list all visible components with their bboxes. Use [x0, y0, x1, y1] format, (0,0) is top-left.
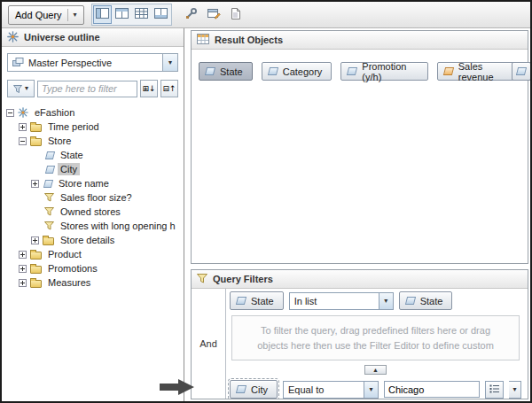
tree-item-sales-floor-size[interactable]: Sales floor size? [2, 190, 184, 205]
tree-item-label-selected: City [58, 163, 80, 175]
tree-item-promotions[interactable]: Promotions [2, 261, 184, 275]
document-icon [231, 8, 241, 22]
tree-filter-row: ▾ ⊞↓ ⊟↑ [7, 80, 178, 97]
tree-item-city[interactable]: City [2, 162, 184, 176]
panel-title: Result Objects [215, 35, 283, 45]
value-list-dropdown[interactable]: ▾ [509, 381, 521, 399]
window-pencil-icon [207, 8, 221, 22]
folder-icon [30, 124, 42, 132]
filter-funnel-icon [13, 82, 22, 96]
dimension-icon [405, 297, 416, 305]
tree-item-label: Promotions [45, 262, 100, 275]
tree-item-product[interactable]: Product [2, 247, 184, 261]
pill-label: Promotion (y/h) [362, 61, 418, 82]
filter-type-button[interactable]: ▾ [7, 80, 35, 97]
filter-pill-city[interactable]: City [230, 380, 278, 399]
filter-funnel-icon [44, 193, 54, 202]
tree-item-state[interactable]: State [2, 148, 184, 162]
perspective-dropdown[interactable]: Master Perspective ▾ [7, 53, 178, 72]
window-edit-button[interactable] [205, 5, 223, 24]
tree-item-time-period[interactable]: Time period [2, 120, 184, 134]
wrench-button[interactable] [183, 5, 201, 24]
chevron-down-icon[interactable]: ▾ [364, 382, 378, 398]
chevron-down-icon: ▾ [25, 85, 28, 92]
pill-label: State [220, 66, 243, 77]
value-list-button[interactable] [485, 381, 504, 399]
collapse-up-button[interactable]: ▲ [364, 365, 387, 375]
and-operator-label[interactable]: And [200, 338, 217, 349]
operator-value: Equal to [284, 384, 364, 395]
result-pill-category[interactable]: Category [262, 62, 332, 81]
expand-toggle[interactable] [31, 236, 39, 244]
result-objects-panel: Result Objects State Category Promotion … [191, 30, 528, 264]
collapse-toggle[interactable] [6, 109, 14, 117]
dimension-icon [44, 166, 54, 174]
query-filters-body[interactable]: And State In list ▾ [192, 289, 528, 399]
panel-title: Universe outline [24, 32, 100, 43]
collapse-all-button[interactable]: ⊟↑ [160, 80, 178, 97]
expand-all-button[interactable]: ⊞↓ [140, 80, 158, 97]
dimension-icon [205, 67, 215, 75]
chevron-down-icon[interactable]: ▾ [379, 293, 393, 309]
pill-label: Sales revenue [458, 61, 511, 82]
filters-main: State In list ▾ State To filter th [225, 289, 525, 399]
document-button[interactable] [227, 5, 246, 24]
result-view-icon [115, 8, 129, 21]
filter-row-city: City Equal to ▾ [230, 380, 521, 399]
result-pill-promotion[interactable]: Promotion (y/h) [340, 62, 427, 81]
layout-view-button[interactable] [152, 5, 170, 24]
result-pill-state[interactable]: State [199, 62, 253, 81]
view-toggle-group [91, 4, 172, 26]
outline-view-icon [96, 8, 109, 21]
tree-item-label: Store details [58, 234, 117, 246]
expand-toggle[interactable] [19, 279, 27, 287]
folder-open-icon [30, 138, 42, 146]
tree-search-input[interactable] [37, 81, 137, 97]
chevron-down-icon: ▾ [513, 386, 517, 393]
result-objects-drop-zone[interactable]: State Category Promotion (y/h) Sales rev… [192, 50, 528, 263]
button-divider [67, 9, 68, 21]
tree-item-label: Time period [45, 120, 102, 133]
tree-item-stores-long-opening[interactable]: Stores with long opening h [2, 219, 184, 233]
toolbar: Add Query ▾ [2, 2, 530, 28]
tree-item-store-name[interactable]: Store name [2, 176, 184, 190]
universe-icon [18, 107, 28, 118]
filter-pill-state[interactable]: State [230, 291, 284, 310]
perspective-value: Master Perspective [28, 58, 162, 68]
tree-item-owned-stores[interactable]: Owned stores [2, 205, 184, 219]
tree-item-efashion[interactable]: eFashion [2, 105, 184, 120]
tree-item-label: Product [45, 248, 84, 260]
result-view-button[interactable] [113, 5, 131, 24]
tree-item-label: Owned stores [58, 205, 123, 218]
filter-value-input[interactable] [384, 381, 480, 398]
result-pill-sales-revenue[interactable]: Sales revenue [437, 62, 520, 81]
tree-item-store-details[interactable]: Store details [2, 233, 184, 247]
tree-item-store[interactable]: Store [2, 134, 184, 148]
pill-label: State [251, 296, 274, 306]
collapse-toggle[interactable] [19, 137, 27, 145]
expand-toggle[interactable] [19, 265, 27, 273]
pill-label: State [420, 296, 443, 306]
expand-toggle[interactable] [19, 251, 27, 259]
right-area: Result Objects State Category Promotion … [189, 28, 530, 401]
expand-toggle[interactable] [19, 123, 27, 131]
operator-dropdown-equal-to[interactable]: Equal to ▾ [283, 381, 379, 399]
result-pill-clipped[interactable] [512, 62, 531, 81]
result-objects-icon [197, 34, 209, 46]
outline-view-button[interactable] [93, 5, 112, 24]
tree-item-label: Store name [56, 177, 112, 190]
expand-toggle[interactable] [31, 180, 39, 188]
filter-funnel-icon [44, 221, 54, 230]
tree-item-measures[interactable]: Measures [2, 275, 184, 290]
dimension-icon [44, 151, 54, 159]
operator-dropdown-in-list[interactable]: In list ▾ [289, 292, 394, 310]
data-view-button[interactable] [132, 5, 151, 24]
chevron-down-icon[interactable]: ▾ [162, 54, 177, 71]
filter-funnel-icon [197, 274, 207, 285]
filter-value-pill-state[interactable]: State [399, 291, 453, 310]
folder-icon [30, 266, 42, 274]
universe-star-icon [7, 31, 19, 44]
add-query-button[interactable]: Add Query ▾ [8, 5, 84, 25]
universe-outline-header: Universe outline [2, 28, 184, 47]
add-query-label: Add Query [15, 10, 62, 20]
